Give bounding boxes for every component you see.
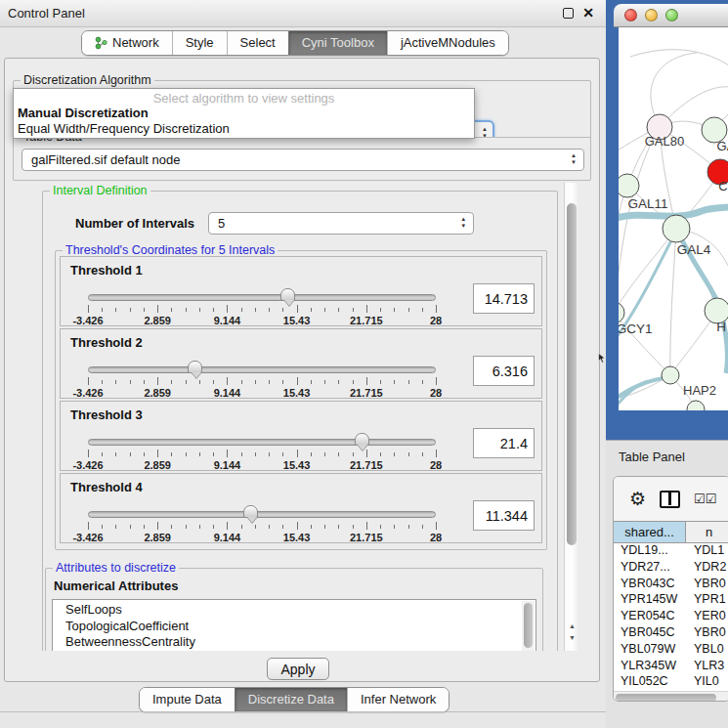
threshold-value-field[interactable]: 14.713 — [473, 283, 535, 314]
threshold-label: Threshold 2 — [70, 335, 143, 350]
table-cell: YLR3 — [686, 659, 728, 675]
table-cell: YBL0 — [686, 642, 728, 659]
select-columns-icon[interactable]: ☑☑ — [694, 492, 716, 506]
table-cell: YPR1 — [686, 592, 728, 609]
zoom-traffic-light-icon[interactable] — [665, 9, 678, 21]
slider-tick-labels: -3.4262.8599.14415.4321.71528 — [88, 387, 436, 399]
scroll-down-arrow-icon[interactable]: ▼ — [569, 634, 576, 641]
table-row[interactable]: YBR045CYBR0 — [614, 625, 728, 642]
tab-cyni-toolbox[interactable]: Cyni Toolbox — [288, 31, 387, 55]
float-window-icon[interactable] — [563, 8, 574, 19]
node[interactable] — [687, 401, 705, 410]
node-label: GAL80 — [645, 134, 684, 149]
table-row[interactable]: YBL079WYBL0 — [614, 642, 728, 659]
apply-button[interactable]: Apply — [267, 658, 329, 680]
column-header-name[interactable]: n — [686, 522, 728, 542]
node-label: C — [718, 179, 727, 193]
table-row[interactable]: YDR27...YDR2 — [614, 560, 728, 577]
table-data-combobox[interactable]: galFiltered.sif default node ▲▼ — [21, 149, 584, 171]
numerical-attributes-label: Numerical Attributes — [54, 578, 536, 593]
GAL4-node[interactable] — [663, 215, 690, 242]
column-header-shared-name[interactable]: shared... — [614, 522, 686, 542]
scrollbar-thumb[interactable] — [524, 603, 533, 648]
table-horizontal-scrollbar[interactable] — [614, 691, 728, 702]
table-row[interactable]: YIL052CYIL0 — [614, 674, 728, 691]
GAL11-node[interactable] — [619, 174, 639, 197]
network-canvas[interactable]: GAL80GACGAL11GAL4GCY1HHAP2 — [619, 27, 728, 410]
tab-discretize-data[interactable]: Discretize Data — [235, 688, 347, 711]
table-row[interactable]: YER054CYER0 — [614, 609, 728, 625]
node-label: GAL11 — [627, 196, 667, 211]
network-window-titlebar[interactable] — [614, 4, 728, 27]
table-cell: YDR2 — [686, 560, 728, 577]
threshold-panel: Threshold 1 -3.4262.8599.14415.4321.7152… — [60, 256, 542, 326]
numerical-attributes-list[interactable]: SelfLoopsTopologicalCoefficientBetweenne… — [52, 599, 536, 651]
threshold-value-field[interactable]: 11.344 — [473, 500, 535, 531]
number-of-intervals-combobox[interactable]: 5 ▲▼ — [208, 212, 474, 235]
slider-handle[interactable] — [355, 433, 369, 446]
scroll-up-arrow-icon[interactable]: ▲ — [569, 622, 576, 629]
table-cell: YDR27... — [614, 560, 686, 577]
main-vertical-scrollbar[interactable]: ▼ ▲ — [564, 183, 578, 651]
tab-jactivemnodules[interactable]: jActiveMNodules — [387, 31, 508, 55]
threshold-value-field[interactable]: 6.316 — [473, 356, 535, 386]
group-title: Threshold's Coordinates for 5 Intervals — [63, 243, 278, 257]
threshold-slider[interactable] — [88, 511, 436, 518]
network-edge[interactable] — [619, 186, 627, 272]
table-cell: YIL052C — [614, 674, 686, 691]
threshold-value-field[interactable]: 21.4 — [473, 428, 535, 458]
close-icon[interactable]: ✕ — [582, 8, 594, 19]
list-item[interactable]: TopologicalCoefficient — [65, 619, 535, 635]
list-scrollbar[interactable] — [522, 601, 535, 651]
tab-select[interactable]: Select — [227, 31, 288, 55]
mouse-cursor — [598, 353, 606, 364]
table-panel-title: Table Panel — [619, 450, 685, 464]
slider-tick-labels: -3.4262.8599.14415.4321.71528 — [88, 459, 436, 471]
table-row[interactable]: YBR043CYBR0 — [614, 577, 728, 593]
node-label: HAP2 — [683, 383, 716, 398]
slider-ticks — [88, 305, 436, 314]
tab-network[interactable]: Network — [82, 31, 172, 55]
scrollbar-thumb[interactable] — [616, 694, 716, 702]
GCY1-node[interactable] — [619, 302, 624, 323]
node-label: GCY1 — [619, 321, 652, 336]
threshold-slider[interactable] — [88, 366, 436, 373]
slider-ticks — [88, 377, 436, 386]
network-edge[interactable] — [630, 50, 728, 74]
list-item[interactable]: SelfLoops — [65, 602, 535, 619]
gear-icon[interactable]: ⚙ — [629, 490, 646, 508]
popup-item-manual-discretization[interactable]: Manual Discretization — [16, 106, 472, 121]
network-edge[interactable] — [670, 229, 676, 375]
network-edge[interactable] — [619, 229, 676, 313]
network-icon — [95, 36, 107, 50]
control-panel: Control Panel ✕ Network Style Select Cyn… — [0, 0, 606, 728]
slider-handle[interactable] — [188, 361, 202, 373]
threshold-slider[interactable] — [88, 294, 436, 301]
minimize-traffic-light-icon[interactable] — [645, 9, 658, 21]
close-traffic-light-icon[interactable] — [624, 9, 637, 21]
thresholds-container: Threshold 1 -3.4262.8599.14415.4321.7152… — [60, 256, 542, 543]
table-row[interactable]: YPR145WYPR1 — [614, 592, 728, 609]
tab-impute-data[interactable]: Impute Data — [140, 688, 235, 711]
group-title: Attributes to discretize — [53, 561, 179, 575]
HAP2-node[interactable] — [662, 366, 679, 384]
table-mode-icon[interactable] — [660, 491, 680, 508]
slider-handle[interactable] — [280, 288, 295, 301]
table-cell: YBR0 — [686, 577, 728, 593]
slider-tick-labels: -3.4262.8599.14415.4321.71528 — [88, 532, 436, 543]
table-cell: YBR0 — [686, 625, 728, 642]
table-row[interactable]: YLR345WYLR3 — [614, 659, 728, 675]
tab-infer-network[interactable]: Infer Network — [347, 688, 449, 711]
table-cell: YER054C — [614, 609, 686, 625]
network-edge[interactable] — [619, 127, 660, 317]
scrollbar-thumb[interactable] — [567, 203, 577, 545]
popup-hint: Select algorithm to view settings — [16, 90, 472, 106]
slider-handle[interactable] — [243, 505, 258, 518]
slider-tick-labels: -3.4262.8599.14415.4321.71528 — [88, 315, 436, 326]
right-side: GAL80GACGAL11GAL4GCY1HHAP2 Table Panel ⚙… — [606, 0, 728, 728]
tab-style[interactable]: Style — [172, 31, 227, 55]
table-row[interactable]: YDL19...YDL1 — [614, 543, 728, 560]
threshold-slider[interactable] — [88, 439, 436, 446]
popup-item-equal-width-frequency[interactable]: Equal Width/Frequency Discretization — [16, 121, 472, 137]
list-item[interactable]: BetweennessCentrality — [65, 634, 535, 651]
